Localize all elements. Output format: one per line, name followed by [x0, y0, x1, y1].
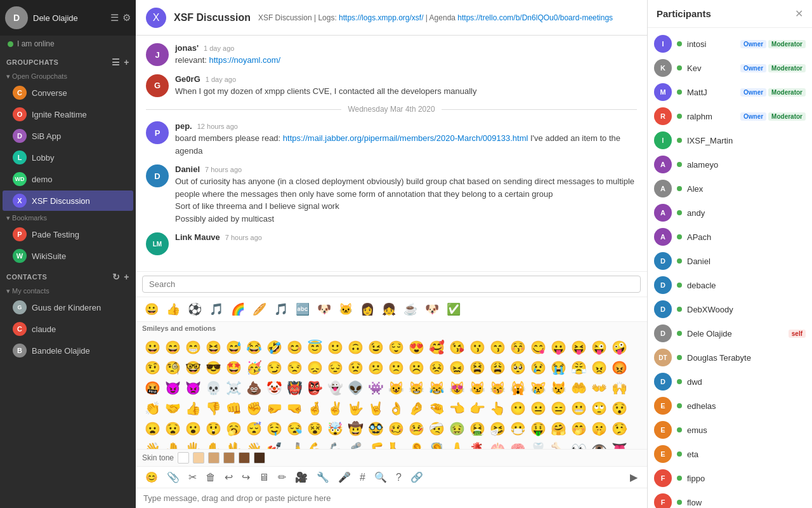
emoji-cell[interactable]: 🙃	[345, 337, 365, 358]
emoji-cell[interactable]: 😫	[467, 358, 487, 378]
emoji-cell[interactable]: 😋	[528, 337, 548, 358]
emoji-cell[interactable]: 😍	[406, 337, 426, 358]
emoji-cell[interactable]: 💀	[203, 378, 223, 398]
emoji-cell[interactable]: 🤟	[345, 398, 365, 418]
skin-tone-6[interactable]	[254, 452, 265, 464]
skin-tone-2[interactable]	[193, 452, 204, 464]
sidebar-item-guus[interactable]: G Guus der Kinderen	[3, 297, 133, 318]
emoji-cat-symbols[interactable]: 🌈	[228, 301, 247, 318]
emoji-cell[interactable]: 👉	[467, 398, 487, 418]
settings-icon[interactable]: ⚙	[122, 12, 131, 23]
emoji-cell[interactable]: 🥳	[244, 358, 264, 378]
emoji-cell[interactable]: 😘	[447, 337, 467, 358]
emoji-cell[interactable]: 😞	[304, 358, 325, 378]
emoji-cell[interactable]: 😚	[508, 337, 528, 358]
emoji-cell[interactable]: 🥺	[508, 358, 528, 378]
bookmarks-label[interactable]: ▾ Bookmarks	[0, 211, 136, 224]
emoji-cell[interactable]: 🤯	[325, 418, 345, 439]
emoji-cell[interactable]: 👾	[365, 378, 386, 398]
emoji-cell[interactable]: 😒	[284, 358, 304, 378]
emoji-cell[interactable]: 👏	[142, 398, 162, 418]
emoji-cell[interactable]: 😾	[548, 378, 568, 398]
emoji-cell[interactable]: ✊	[244, 398, 264, 418]
emoji-cell[interactable]: 😪	[284, 418, 304, 439]
emoji-cell[interactable]: 🤬	[142, 378, 162, 398]
sidebar-item-demo[interactable]: WD demo	[3, 169, 133, 189]
participant-daniel[interactable]: D Daniel	[648, 249, 812, 273]
participant-debacle[interactable]: D debacle	[648, 273, 812, 297]
emoji-cell[interactable]: 😢	[528, 358, 548, 378]
emoji-cell[interactable]: 🙀	[508, 378, 528, 398]
emoji-cell[interactable]: 🦿	[345, 439, 365, 449]
redo-button[interactable]: ↪	[239, 469, 253, 485]
emoji-cell[interactable]: 🦶	[386, 439, 406, 449]
emoji-cat-people[interactable]: 👍	[164, 301, 183, 318]
emoji-cell[interactable]: ✌️	[325, 398, 345, 418]
participant-fippo[interactable]: F fippo	[648, 466, 812, 490]
screen-button[interactable]: 🖥	[256, 470, 272, 485]
message-input[interactable]	[143, 493, 639, 503]
emoji-cell[interactable]: 😜	[589, 337, 609, 358]
emoji-cell[interactable]: ☹️	[406, 358, 426, 378]
skin-tone-1[interactable]	[178, 452, 189, 464]
emoji-cell[interactable]: 😄	[162, 337, 183, 358]
sidebar-item-converse[interactable]: C Converse	[3, 83, 133, 103]
emoji-cell[interactable]: 😩	[487, 358, 508, 378]
emoji-cell[interactable]: 😐	[528, 398, 548, 418]
emoji-cell[interactable]: 🧐	[162, 358, 183, 378]
emoji-cell[interactable]: 🫀	[467, 439, 487, 449]
emoji-cell[interactable]: 😑	[548, 398, 568, 418]
sidebar-item-xsf[interactable]: X XSF Discussion	[3, 190, 133, 211]
participant-alameyo[interactable]: A alameyo	[648, 152, 812, 177]
emoji-cell[interactable]: 😺	[386, 378, 406, 398]
emoji-cat-coffee[interactable]: ☕	[401, 301, 420, 318]
participant-kev[interactable]: K Kev Owner Moderator	[648, 56, 812, 80]
emoji-cell[interactable]: 💪	[304, 439, 325, 449]
emoji-cell[interactable]: 😙	[487, 337, 508, 358]
emoji-cell[interactable]: 🤜	[284, 398, 304, 418]
participant-intosi[interactable]: I intosi Owner Moderator	[648, 32, 812, 56]
menu-icon[interactable]: ☰	[110, 12, 119, 23]
emoji-cat-girl[interactable]: 👧	[379, 301, 398, 318]
participant-dele-olajide[interactable]: D Dele Olajide self	[648, 321, 812, 345]
link-button[interactable]: 🔗	[407, 469, 426, 485]
cut-button[interactable]: ✂	[185, 469, 200, 485]
emoji-cell[interactable]: 👊	[223, 398, 244, 418]
message-link[interactable]: https://noyaml.com/	[209, 55, 280, 65]
emoji-cell[interactable]: 🤑	[528, 418, 548, 439]
participant-andy[interactable]: A andy	[648, 201, 812, 225]
emoji-cell[interactable]: 🙌	[609, 378, 629, 398]
send-button[interactable]: ▶	[627, 469, 641, 485]
emoji-cell[interactable]: 🤘	[365, 398, 386, 418]
message-link[interactable]: https://mail.jabber.org/pipermail/member…	[283, 133, 528, 143]
participant-mattj[interactable]: M MattJ Owner Moderator	[648, 80, 812, 104]
emoji-cell[interactable]: 🙁	[386, 358, 406, 378]
emoji-cell[interactable]: 😷	[508, 418, 528, 439]
emoji-cell[interactable]: 👌	[386, 398, 406, 418]
emoji-cell[interactable]: 😧	[162, 418, 183, 439]
emoji-cell[interactable]: 😝	[568, 337, 589, 358]
emoji-cell[interactable]: 😏	[264, 358, 284, 378]
mic-button[interactable]: 🎤	[335, 469, 354, 485]
emoji-cell[interactable]: 👋	[244, 439, 264, 449]
emoji-cell[interactable]: 😗	[467, 337, 487, 358]
emoji-cell[interactable]: 🖐️	[183, 439, 203, 449]
search-button[interactable]: 🔍	[371, 469, 390, 485]
emoji-cell[interactable]: 👽	[345, 378, 365, 398]
emoji-cell[interactable]: 😔	[325, 358, 345, 378]
emoji-cell[interactable]: 👁️	[589, 439, 609, 449]
participant-apach[interactable]: A APach	[648, 225, 812, 249]
emoji-cell[interactable]: 🤢	[447, 418, 467, 439]
emoji-cat-poodle[interactable]: 🐶	[422, 301, 442, 318]
emoji-cell[interactable]: 😲	[203, 418, 223, 439]
tools-button[interactable]: 🔧	[313, 469, 332, 485]
emoji-cell[interactable]: 👆	[487, 398, 508, 418]
emoji-cell[interactable]: 💩	[244, 378, 264, 398]
emoji-cell[interactable]: 😬	[568, 398, 589, 418]
emoji-cell[interactable]: 🦴	[548, 439, 568, 449]
participant-alex[interactable]: A Alex	[648, 177, 812, 201]
logs-link[interactable]: https://logs.xmpp.org/xsf/	[339, 13, 423, 22]
hash-button[interactable]: #	[357, 470, 369, 485]
emoji-cell[interactable]: 🥸	[365, 418, 386, 439]
sidebar-item-wiki[interactable]: W WikiSuite	[3, 246, 133, 266]
